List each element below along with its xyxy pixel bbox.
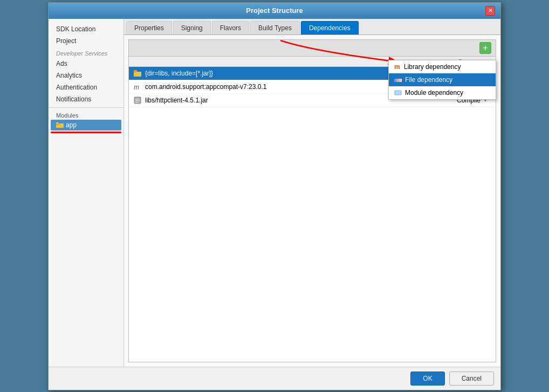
item-label: Library dependency (404, 63, 461, 71)
svg-rect-13 (399, 79, 401, 82)
tab-build-types[interactable]: Build Types (250, 21, 300, 35)
tab-signing[interactable]: Signing (173, 21, 211, 35)
row-name: {dir=libs, include=[*.jar]} (145, 70, 429, 77)
dependency-type-dropdown: m Library dependency File depe (388, 60, 496, 100)
tab-dependencies[interactable]: Dependencies (301, 21, 359, 35)
folder-icon (133, 69, 142, 78)
sidebar-item-authentication[interactable]: Authentication (49, 81, 123, 93)
svg-rect-12 (396, 79, 399, 82)
jar-icon (133, 96, 142, 105)
dropdown-item-library[interactable]: m Library dependency (389, 60, 496, 73)
svg-rect-3 (134, 72, 141, 77)
item-icon (394, 77, 402, 82)
sidebar-section-developer-services: Developer Services (49, 47, 123, 58)
module-app-label: app (66, 121, 77, 129)
item-label: File dependency (405, 76, 452, 84)
sidebar-module-app[interactable]: app (51, 120, 121, 130)
sidebar-item-analytics[interactable]: Analytics (49, 70, 123, 81)
table-header: + (129, 40, 496, 57)
svg-rect-14 (395, 91, 401, 95)
dialog-footer: OK Cancel (49, 367, 500, 390)
main-content: Properties Signing Flavors Build Types D… (124, 19, 500, 367)
close-button[interactable]: ✕ (485, 6, 495, 16)
row-name: libs/httpclient-4.5.1.jar (145, 97, 429, 104)
svg-rect-2 (56, 122, 59, 124)
tabs-bar: Properties Signing Flavors Build Types D… (124, 19, 500, 35)
sidebar: SDK Location Project Developer Services … (49, 19, 124, 367)
svg-rect-7 (135, 99, 140, 100)
folder-icon (56, 122, 64, 128)
item-icon (394, 90, 402, 95)
module-icon: m (133, 82, 142, 91)
dialog-body: SDK Location Project Developer Services … (49, 19, 500, 367)
cancel-button[interactable]: Cancel (449, 372, 494, 386)
sidebar-item-sdk-location[interactable]: SDK Location (49, 23, 123, 35)
sidebar-item-project[interactable]: Project (49, 35, 123, 47)
tab-flavors[interactable]: Flavors (212, 21, 249, 35)
title-bar: Project Structure ✕ (49, 3, 500, 19)
row-name: com.android.support:appcompat-v7:23.0.1 (145, 83, 429, 91)
item-label: Module dependency (405, 89, 463, 97)
item-number: m (394, 63, 401, 71)
dialog-title: Project Structure (64, 6, 485, 15)
dropdown-item-module[interactable]: Module dependency (389, 86, 496, 99)
ok-button[interactable]: OK (410, 372, 444, 386)
sidebar-item-ads[interactable]: Ads (49, 58, 123, 70)
svg-rect-8 (135, 100, 140, 101)
project-structure-dialog: Project Structure ✕ SDK Location Project… (48, 2, 501, 390)
add-dependency-button[interactable]: + (479, 42, 491, 54)
svg-rect-11 (394, 79, 396, 82)
content-area: + Scope {dir=lib (124, 35, 500, 367)
sidebar-item-notifications[interactable]: Notifications (49, 93, 123, 105)
svg-rect-4 (134, 70, 137, 72)
annotation-underline (51, 132, 121, 133)
modules-label: Modules (49, 107, 123, 120)
dropdown-item-file[interactable]: File dependency (389, 73, 496, 86)
svg-rect-9 (135, 102, 138, 103)
svg-text:m: m (134, 84, 139, 91)
tab-properties[interactable]: Properties (126, 21, 172, 35)
table-rows: {dir=libs, include=[*.jar]} Provided ▼ m… (129, 67, 496, 362)
